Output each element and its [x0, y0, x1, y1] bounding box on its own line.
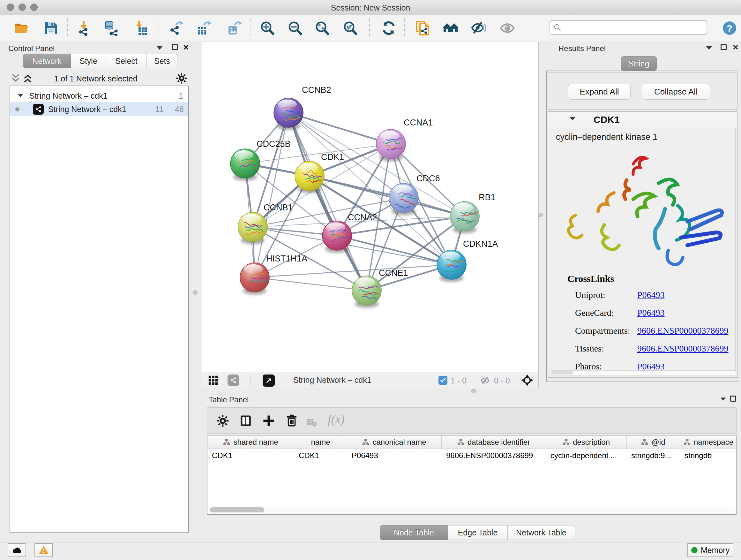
- network-edge-CCNB2-CCNA1[interactable]: [288, 113, 391, 144]
- tab-edge-table[interactable]: Edge Table: [448, 525, 508, 540]
- table-cell[interactable]: CDK1: [294, 449, 347, 462]
- delete-table-icon[interactable]: [306, 417, 317, 428]
- export-image-icon[interactable]: [227, 20, 243, 36]
- panel-menu-icon[interactable]: [721, 397, 726, 401]
- gear-icon[interactable]: [176, 72, 188, 84]
- homes-icon[interactable]: [443, 20, 458, 36]
- detach-view-icon[interactable]: [263, 374, 275, 387]
- tab-string[interactable]: String: [621, 56, 657, 71]
- results-hscrollbar[interactable]: [549, 370, 736, 375]
- memory-button[interactable]: Memory: [687, 543, 733, 557]
- table-cell[interactable]: 9606.ENSP00000378699: [442, 449, 546, 462]
- table-hscrollbar[interactable]: [208, 506, 735, 513]
- table-cell[interactable]: CDK1: [207, 449, 294, 462]
- share-view-icon[interactable]: [227, 374, 239, 386]
- network-node-CCNE1[interactable]: CCNE1: [352, 268, 408, 308]
- close-panel-icon[interactable]: ×: [183, 44, 189, 50]
- search-field[interactable]: [549, 20, 707, 35]
- show-columns-icon[interactable]: [239, 414, 253, 428]
- search-input[interactable]: [564, 23, 703, 32]
- panel-menu-icon[interactable]: [706, 46, 712, 50]
- tree-expand-icon[interactable]: [18, 94, 23, 98]
- export-table-icon[interactable]: [197, 20, 212, 36]
- function-builder-icon[interactable]: f(x): [328, 412, 345, 426]
- hidden-count: 0 - 0: [494, 376, 510, 385]
- column-header[interactable]: shared name: [207, 435, 294, 449]
- network-node-CDK1[interactable]: CDK1: [295, 152, 344, 193]
- vertical-splitter-handle[interactable]: [193, 290, 198, 295]
- network-node-CDC6[interactable]: CDC6: [389, 174, 440, 215]
- gear-icon[interactable]: [216, 414, 229, 428]
- node-table[interactable]: shared namenamecanonical namedatabase id…: [207, 435, 737, 515]
- warnings-button[interactable]: [35, 543, 53, 557]
- table-cell[interactable]: cyclin-dependent ...: [546, 449, 627, 462]
- string-document-icon[interactable]: [415, 20, 430, 36]
- expand-all-button[interactable]: Expand All: [568, 84, 630, 100]
- zoom-out-icon[interactable]: [287, 20, 303, 36]
- zoom-fit-icon[interactable]: [315, 20, 330, 36]
- table-cell[interactable]: stringdb: [680, 449, 737, 462]
- network-node-CDC25B[interactable]: CDC25B: [230, 139, 291, 181]
- save-session-icon[interactable]: [44, 20, 59, 36]
- network-node-CCNA1[interactable]: CCNA1: [376, 118, 433, 161]
- network-canvas[interactable]: CCNB2CCNA1CDC25BCDK1CDC6RB1CCNB1CCNA2CDK…: [202, 42, 538, 372]
- network-view[interactable]: CCNB2CCNA1CDC25BCDK1CDC6RB1CCNB1CCNA2CDK…: [202, 42, 539, 372]
- network-node-CDKN1A[interactable]: CDKN1A: [437, 239, 498, 282]
- tab-node-table[interactable]: Node Table: [380, 525, 448, 540]
- crosslink-link[interactable]: P06493: [637, 308, 665, 318]
- crosslink-link[interactable]: 9606.ENSP00000378699: [637, 344, 728, 354]
- network-edge-CCNB2-CCNE1[interactable]: [288, 113, 367, 291]
- show-eye-icon[interactable]: [500, 20, 515, 36]
- hide-eye-icon[interactable]: [471, 20, 486, 36]
- network-edge-CDK1-RB1[interactable]: [310, 176, 465, 216]
- selected-checkbox-icon[interactable]: [439, 376, 448, 385]
- column-header[interactable]: namespace: [680, 435, 737, 449]
- import-network-database-icon[interactable]: [104, 20, 119, 36]
- crosslink-link[interactable]: P06493: [637, 290, 665, 300]
- import-table-icon[interactable]: [133, 20, 148, 36]
- vertical-splitter-handle[interactable]: [538, 212, 543, 217]
- delete-column-icon[interactable]: [285, 414, 298, 428]
- refresh-icon[interactable]: [381, 20, 396, 36]
- table-cell[interactable]: P06493: [347, 449, 442, 462]
- tab-select[interactable]: Select: [106, 54, 147, 68]
- export-network-icon[interactable]: [169, 20, 184, 36]
- network-edge-CCNB2-HIST1H1A[interactable]: [255, 113, 288, 277]
- horizontal-splitter-handle[interactable]: [471, 389, 476, 393]
- protein-expand-icon[interactable]: [570, 117, 576, 120]
- column-header[interactable]: database identifier: [442, 435, 546, 449]
- column-header[interactable]: description: [546, 435, 627, 449]
- add-column-icon[interactable]: [262, 414, 275, 428]
- network-row[interactable]: String Network – cdk1 11 48: [10, 102, 188, 116]
- open-file-icon[interactable]: [14, 20, 29, 36]
- column-header[interactable]: @id: [627, 435, 680, 449]
- grid-view-icon[interactable]: [208, 375, 219, 386]
- network-node-CCNB1[interactable]: CCNB1: [238, 203, 293, 244]
- network-edge-HIST1H1A-CCNE1[interactable]: [255, 277, 367, 291]
- column-header[interactable]: name: [294, 435, 347, 449]
- table-cell[interactable]: stringdb:9...: [627, 449, 680, 462]
- network-node-RB1[interactable]: RB1: [450, 192, 495, 233]
- collapse-all-button[interactable]: Collapse All: [642, 84, 710, 100]
- panel-menu-icon[interactable]: [156, 46, 163, 50]
- column-header[interactable]: canonical name: [347, 435, 442, 449]
- tab-sets[interactable]: Sets: [147, 54, 178, 68]
- network-collection-row[interactable]: String Network – cdk1 1: [10, 89, 188, 103]
- float-panel-icon[interactable]: [730, 395, 736, 401]
- cloud-button[interactable]: [8, 543, 26, 557]
- table-row[interactable]: CDK1CDK1P064939606.ENSP00000378699cyclin…: [207, 449, 736, 462]
- tab-network-table[interactable]: Network Table: [508, 525, 575, 540]
- zoom-in-icon[interactable]: [260, 20, 275, 36]
- float-panel-icon[interactable]: [172, 44, 178, 50]
- float-panel-icon[interactable]: [721, 44, 727, 50]
- birdseye-icon[interactable]: [521, 374, 533, 386]
- tab-style[interactable]: Style: [71, 54, 106, 68]
- zoom-selected-icon[interactable]: [343, 20, 358, 36]
- hidden-eye-icon[interactable]: [480, 375, 490, 386]
- results-panel: Results Panel × String Expand All Collap…: [542, 42, 741, 393]
- help-icon[interactable]: ?: [722, 20, 737, 36]
- close-panel-icon[interactable]: ×: [733, 44, 738, 50]
- import-network-file-icon[interactable]: [76, 20, 91, 36]
- crosslink-link[interactable]: 9606.ENSP00000378699: [637, 326, 728, 336]
- tab-network[interactable]: Network: [23, 54, 71, 68]
